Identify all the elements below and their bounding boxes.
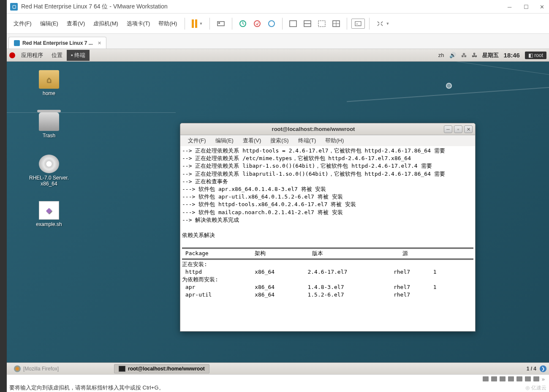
- svg-text:>_: >_: [356, 22, 360, 26]
- vmware-hint-text: 要将输入定向到该虚拟机，请将鼠标指针移入其中或按 Ctrl+G。: [9, 384, 164, 392]
- gnome-places[interactable]: 位置: [47, 50, 67, 61]
- send-ctrl-alt-del-icon[interactable]: [214, 18, 228, 29]
- terminal-window[interactable]: root@localhost:/home/wwwroot ─ ▫ ✕ 文件(F)…: [180, 123, 476, 332]
- pause-button[interactable]: ▼: [189, 18, 205, 30]
- folder-icon: [39, 70, 59, 89]
- trash-icon: [39, 112, 59, 131]
- vm-tab[interactable]: Red Hat Enterprise Linux 7 ... ×: [8, 37, 106, 49]
- term-menu-view[interactable]: 查看(V): [239, 136, 265, 145]
- terminal-output[interactable]: --> 正在处理依赖关系 httpd-tools = 2.4.6-17.el7，…: [180, 146, 475, 331]
- wallpaper-line: [347, 87, 549, 102]
- guest-display[interactable]: 应用程序 位置 ▪ 终端 zh 🔊 ⁂ 🖧 星期五 18:46 ◧ root h…: [7, 49, 549, 374]
- console-toggle-icon[interactable]: >_: [351, 19, 365, 29]
- vmware-window-title: Red Hat Enterprise Linux 7 64 位 - VMware…: [21, 3, 508, 11]
- device-hdd-icon[interactable]: [483, 376, 489, 381]
- firefox-icon: [14, 365, 21, 372]
- menu-view[interactable]: 查看(V): [63, 18, 88, 29]
- desktop-example-file[interactable]: example.sh: [28, 201, 70, 227]
- separator: [369, 18, 370, 30]
- vmware-menubar: 文件(F) 编辑(E) 查看(V) 虚拟机(M) 选项卡(T) 帮助(H) ▼ …: [7, 14, 549, 34]
- vmware-logo-icon: ▢: [10, 3, 18, 11]
- icon-label: Trash: [28, 133, 70, 139]
- menu-tabs[interactable]: 选项卡(T): [123, 18, 154, 29]
- terminal-menubar: 文件(F) 编辑(E) 查看(V) 搜索(S) 终端(T) 帮助(H): [180, 135, 475, 146]
- snapshot-icon[interactable]: [236, 18, 249, 29]
- watermark: ◎亿速云: [525, 384, 546, 392]
- vmware-titlebar: ▢ Red Hat Enterprise Linux 7 64 位 - VMwa…: [7, 0, 549, 14]
- separator: [185, 18, 185, 30]
- svg-point-4: [269, 21, 274, 27]
- term-menu-edit[interactable]: 编辑(E): [211, 136, 238, 145]
- icon-label: example.sh: [28, 221, 70, 227]
- desktop-disc[interactable]: RHEL-7.0 Server. x86_64: [24, 155, 74, 187]
- clock-day[interactable]: 星期五: [482, 52, 499, 59]
- device-display-icon[interactable]: [533, 376, 539, 381]
- tab-close-icon[interactable]: ×: [98, 40, 101, 46]
- gnome-taskbar: [Mozilla Firefox] root@localhost:/home/w…: [7, 362, 549, 374]
- snapshot-manage-icon[interactable]: [265, 18, 278, 29]
- gnome-desktop[interactable]: home Trash RHEL-7.0 Server. x86_64 examp…: [7, 62, 549, 362]
- separator: [232, 18, 232, 30]
- separator: [282, 18, 283, 30]
- icon-label: home: [28, 90, 70, 96]
- separator: [209, 18, 210, 30]
- terminal-minimize-icon[interactable]: ─: [444, 125, 452, 133]
- maximize-icon[interactable]: ☐: [524, 4, 530, 10]
- snapshot-revert-icon[interactable]: [251, 18, 264, 29]
- term-menu-help[interactable]: 帮助(H): [321, 136, 348, 145]
- svg-rect-8: [318, 21, 325, 27]
- desktop-home-folder[interactable]: home: [28, 70, 70, 96]
- device-usb-icon[interactable]: [508, 376, 514, 381]
- taskbar-firefox[interactable]: [Mozilla Firefox]: [9, 364, 63, 374]
- terminal-close-icon[interactable]: ✕: [464, 125, 473, 133]
- term-menu-terminal[interactable]: 终端(T): [294, 136, 321, 145]
- menu-file[interactable]: 文件(F): [10, 18, 35, 29]
- view-split-icon[interactable]: [301, 19, 314, 29]
- terminal-titlebar[interactable]: root@localhost:/home/wwwroot ─ ▫ ✕: [180, 123, 475, 135]
- file-icon: [39, 201, 59, 220]
- vm-tab-icon: [14, 40, 20, 46]
- device-net-icon[interactable]: [500, 376, 506, 381]
- term-menu-file[interactable]: 文件(F): [184, 136, 210, 145]
- terminal-icon: [119, 366, 125, 372]
- workspace-indicator[interactable]: 1 / 4: [523, 366, 540, 372]
- device-sound-icon[interactable]: [516, 376, 522, 381]
- terminal-maximize-icon[interactable]: ▫: [454, 125, 462, 133]
- device-printer-icon[interactable]: [525, 376, 531, 381]
- stretch-icon[interactable]: ▼: [374, 19, 392, 29]
- clock-time[interactable]: 18:46: [504, 52, 520, 59]
- volume-icon[interactable]: 🔊: [449, 52, 456, 58]
- menu-help[interactable]: 帮助(H): [155, 18, 180, 29]
- menu-vm[interactable]: 虚拟机(M): [90, 18, 122, 29]
- network-icon[interactable]: 🖧: [472, 52, 477, 58]
- minimize-icon[interactable]: ─: [508, 4, 514, 10]
- host-left-edge: [0, 0, 7, 392]
- vmware-device-tray: »: [7, 375, 549, 383]
- view-fullscreen-icon[interactable]: [315, 19, 328, 29]
- device-cd-icon[interactable]: [491, 376, 497, 381]
- input-method-indicator[interactable]: zh: [438, 52, 444, 58]
- wallpaper-line: [340, 62, 549, 75]
- term-menu-search[interactable]: 搜索(S): [266, 136, 293, 145]
- redhat-logo-icon: [9, 52, 15, 58]
- svg-point-3: [254, 21, 260, 27]
- gnome-top-bar: 应用程序 位置 ▪ 终端 zh 🔊 ⁂ 🖧 星期五 18:46 ◧ root: [7, 49, 549, 62]
- vmware-statusbar: » 要将输入定向到该虚拟机，请将鼠标指针移入其中或按 Ctrl+G。 ◎亿速云: [7, 374, 549, 392]
- vm-tab-label: Red Hat Enterprise Linux 7 ...: [22, 40, 93, 46]
- wallpaper-node: [446, 83, 452, 89]
- user-menu[interactable]: ◧ root: [525, 52, 546, 59]
- separator: [347, 18, 347, 30]
- view-single-icon[interactable]: [287, 19, 299, 29]
- taskbar-terminal[interactable]: root@localhost:/home/wwwroot: [114, 364, 209, 373]
- menu-edit[interactable]: 编辑(E): [37, 18, 62, 29]
- desktop-trash[interactable]: Trash: [28, 112, 70, 139]
- close-icon[interactable]: ✕: [540, 4, 546, 10]
- notification-icon[interactable]: ❯: [540, 365, 546, 372]
- gnome-terminal-indicator[interactable]: ▪ 终端: [67, 50, 90, 61]
- svg-rect-1: [218, 22, 220, 24]
- chevron-right-icon[interactable]: »: [542, 376, 545, 382]
- view-unity-icon[interactable]: [330, 19, 342, 29]
- bluetooth-icon[interactable]: ⁂: [461, 52, 467, 58]
- gnome-applications[interactable]: 应用程序: [17, 50, 47, 61]
- icon-label: RHEL-7.0 Server. x86_64: [24, 175, 74, 187]
